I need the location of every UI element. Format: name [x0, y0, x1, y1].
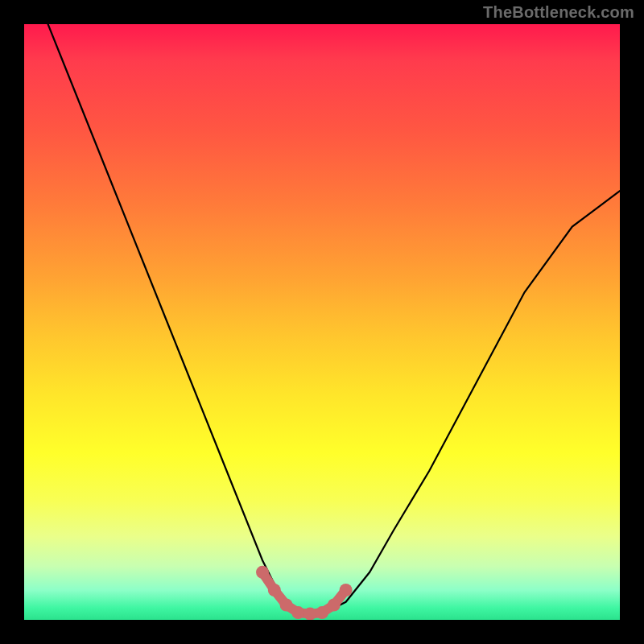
plot-area	[24, 24, 620, 620]
trough-dot	[303, 608, 316, 620]
trough-dot	[316, 606, 328, 619]
trough-dot	[280, 599, 293, 612]
trough-dot	[268, 584, 281, 597]
watermark-text: TheBottleneck.com	[483, 3, 634, 22]
bottleneck-curve	[24, 24, 620, 614]
trough-dot	[256, 566, 269, 579]
trough-dot	[340, 584, 353, 597]
trough-dot	[291, 606, 304, 619]
trough-dot	[328, 599, 341, 612]
chart-frame: TheBottleneck.com	[0, 0, 644, 644]
curve-layer	[24, 24, 620, 620]
